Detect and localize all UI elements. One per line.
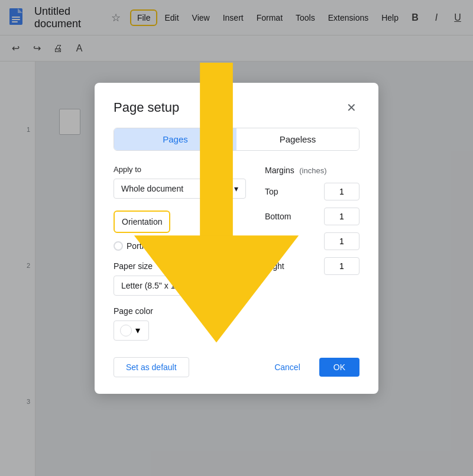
set-default-button[interactable]: Set as default: [114, 357, 189, 377]
modal-overlay: Page setup ✕ Pages Pageless Apply to Who…: [0, 0, 473, 476]
dialog-footer: Set as default Cancel OK: [114, 357, 359, 377]
yellow-arrow-icon: [114, 63, 319, 351]
margin-right-input[interactable]: [324, 257, 359, 275]
ok-button[interactable]: OK: [319, 358, 359, 377]
cancel-button[interactable]: Cancel: [263, 358, 312, 377]
margin-left-input[interactable]: [324, 232, 359, 250]
close-button[interactable]: ✕: [343, 99, 359, 116]
svg-marker-7: [134, 236, 299, 343]
page-setup-dialog: Page setup ✕ Pages Pageless Apply to Who…: [95, 83, 378, 394]
footer-right-buttons: Cancel OK: [263, 358, 359, 377]
margin-top-input[interactable]: [324, 183, 359, 200]
margin-bottom-input[interactable]: [324, 208, 359, 225]
